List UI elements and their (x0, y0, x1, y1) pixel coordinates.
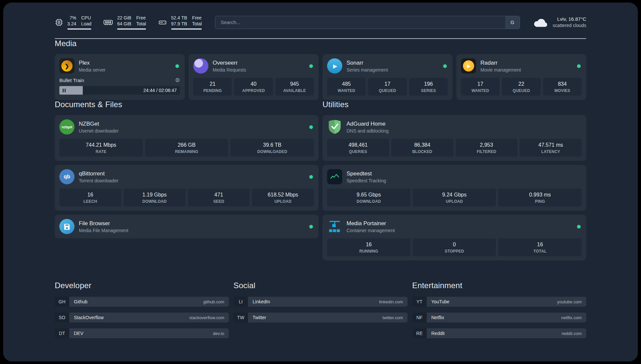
sonarr-icon: ▶ (327, 58, 342, 74)
bookmark-url: linkedin.com (379, 299, 403, 304)
service-card-qbittorrent[interactable]: qb qBittorrent Torrent downloader 16LEEC… (55, 165, 319, 211)
service-description: Movie management (480, 67, 521, 73)
service-description: Speedtest Tracking (347, 178, 386, 183)
now-playing-widget: Bullet Train ⚙ 24:44 / 02:06:47 (59, 77, 180, 95)
bookmark-reddit[interactable]: RE Redditreddit.com (412, 328, 586, 338)
radarr-icon: ▶ (461, 58, 476, 74)
memory-widget: 22 GiB 64 GiB Free Total (103, 15, 146, 30)
stat-tile: 744.21 MbpsRATE (59, 139, 143, 157)
service-card-portainer[interactable]: Media Portainer Container management 16R… (322, 215, 586, 260)
bookmark-url: github.com (203, 299, 224, 304)
bookmark-dev[interactable]: DT DEVdev.to (55, 328, 229, 338)
stat-tile: 22QUEUED (502, 78, 540, 96)
stat-tile: 39.6 TBDOWNLOADED (230, 139, 314, 157)
media-card-grid: ❯ Plex Media server Bullet Train ⚙ 24:44… (55, 54, 586, 100)
stat-tile: 266 GBREMAINING (145, 139, 229, 157)
bookmark-name: Github (74, 299, 87, 304)
bookmark-github[interactable]: GH Githubgithub.com (55, 297, 229, 307)
dashboard-panel: 7% 3.24 CPU Load 22 GiB 64 GiB (3, 3, 638, 361)
search-provider-button[interactable]: G (505, 16, 520, 29)
disk-total-label: Total (192, 21, 202, 27)
bookmark-name: LinkedIn (253, 299, 270, 304)
bookmark-abbr: DT (55, 328, 69, 338)
disk-widget: 52.4 TB 97.9 TB Free Total (158, 15, 202, 30)
nzbget-icon: nzbget (59, 119, 75, 135)
stat-tile: 9.24 GbpsUPLOAD (413, 189, 496, 206)
bookmark-name: Netflix (431, 315, 444, 320)
bookmark-url: youtube.com (557, 299, 582, 304)
playback-progress-bar[interactable]: 24:44 / 02:06:47 (59, 86, 180, 95)
stat-tile: 498,461QUERIES (327, 139, 389, 157)
bookmark-twitter[interactable]: TW Twittertwitter.com (233, 313, 408, 322)
stat-tile: 2,953FILTERED (456, 139, 518, 157)
stat-tile: 16RUNNING (327, 238, 411, 256)
cloud-icon (533, 17, 548, 28)
memory-free-label: Free (136, 15, 146, 21)
service-card-sonarr[interactable]: ▶ Sonarr Series management 485WANTED 17Q… (322, 54, 452, 100)
adguard-shield-icon (327, 119, 342, 135)
stat-tile: 17WANTED (461, 78, 500, 96)
status-dot (309, 225, 313, 228)
cpu-icon (55, 18, 63, 27)
search-input[interactable] (215, 16, 520, 29)
stat-tile: 40APPROVED (234, 78, 273, 96)
service-card-nzbget[interactable]: nzbget NZBGet Usenet downloader 744.21 M… (55, 115, 319, 161)
cpu-bar (67, 28, 91, 30)
portainer-icon (327, 219, 342, 234)
status-dot (309, 175, 313, 179)
service-name: Sonarr (347, 60, 388, 66)
bookmark-abbr: NF (412, 313, 427, 322)
bookmark-abbr: LI (233, 297, 248, 307)
service-card-overseerr[interactable]: Overseerr Media Requests 21PENDING 40APP… (189, 54, 319, 100)
section-title-documents: Documents & Files (55, 100, 319, 109)
bookmark-url: netflix.com (561, 315, 582, 320)
speedtest-icon (327, 169, 342, 184)
bookmark-group-social: Social LI LinkedInlinkedin.com TW Twitte… (233, 281, 408, 338)
stat-tile: 86,384BLOCKED (391, 139, 453, 157)
bookmark-name: YouTube (431, 299, 449, 304)
status-dot (309, 125, 313, 129)
service-name: AdGuard Home (347, 121, 389, 127)
service-name: qBittorrent (79, 170, 118, 177)
bookmark-name: Twitter (253, 315, 266, 320)
stat-tile: 196SERIES (409, 78, 448, 96)
bookmark-url: reddit.com (562, 331, 582, 336)
section-title-entertainment: Entertainment (412, 281, 586, 290)
section-title-social: Social (233, 281, 408, 290)
service-name: Plex (79, 60, 106, 66)
bookmark-youtube[interactable]: YT YouTubeyoutube.com (412, 297, 586, 307)
weather-condition: scattered clouds (553, 22, 586, 29)
service-card-speedtest[interactable]: Speedtest Speedtest Tracking 9.65 GbpsDO… (322, 165, 586, 211)
bookmark-name: DEV (74, 331, 83, 336)
service-description: Media server (79, 67, 106, 73)
service-description: Media File Management (79, 228, 128, 233)
playback-time: 24:44 / 02:06:47 (143, 88, 177, 93)
cpu-load-label: Load (81, 21, 91, 27)
service-card-radarr[interactable]: ▶ Radarr Movie management 17WANTED 22QUE… (456, 54, 586, 100)
bookmark-netflix[interactable]: NF Netflixnetflix.com (412, 313, 586, 322)
bookmark-abbr: TW (233, 313, 248, 322)
memory-bar (117, 28, 146, 30)
bookmark-url: twitter.com (382, 315, 403, 320)
service-card-adguard[interactable]: AdGuard Home DNS and adblocking 498,461Q… (322, 115, 586, 161)
service-card-filebrowser[interactable]: File Browser Media File Management (55, 215, 319, 238)
bookmark-stackoverflow[interactable]: SO StackOverflowstackoverflow.com (55, 313, 229, 322)
gear-icon[interactable]: ⚙ (175, 77, 180, 83)
stat-tile: 1.19 GbpsDOWNLOAD (124, 189, 186, 206)
filebrowser-icon (59, 219, 75, 234)
weather-widget: Lviv, 16.87°C scattered clouds (533, 16, 586, 29)
disk-bar (171, 28, 202, 30)
service-description: DNS and adblocking (347, 128, 389, 134)
status-dot (577, 64, 581, 68)
disk-total-value: 97.9 TB (171, 21, 187, 27)
service-card-plex[interactable]: ❯ Plex Media server Bullet Train ⚙ 24:44… (55, 54, 185, 100)
service-description: Series management (347, 67, 388, 73)
disk-icon (158, 18, 167, 27)
disk-free-value: 52.4 TB (171, 15, 187, 21)
bookmark-linkedin[interactable]: LI LinkedInlinkedin.com (233, 297, 408, 307)
stat-tile: 16TOTAL (498, 238, 582, 256)
memory-icon (103, 18, 113, 27)
bookmark-url: dev.to (213, 331, 224, 336)
cpu-widget: 7% 3.24 CPU Load (55, 15, 91, 30)
memory-total-label: Total (136, 21, 146, 27)
